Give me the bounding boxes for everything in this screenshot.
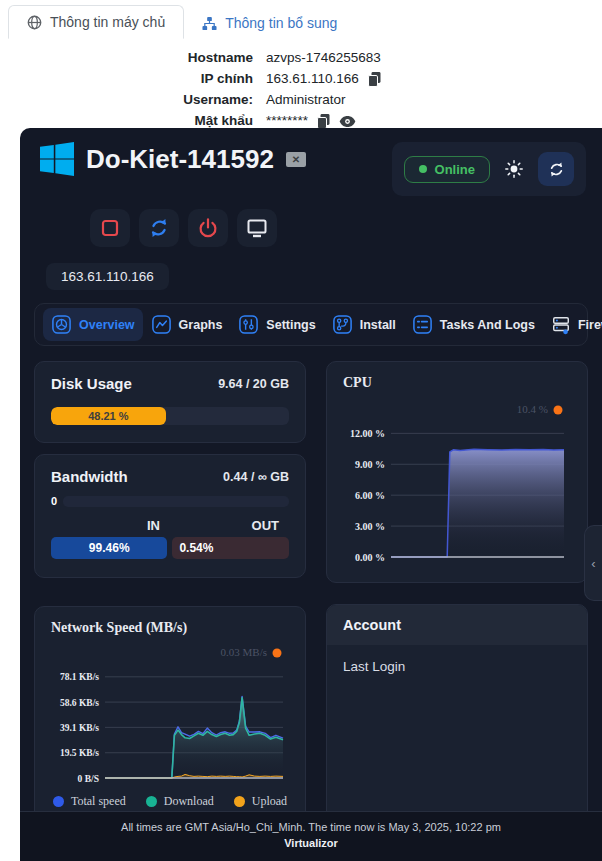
- legend-total-speed-label: Total speed: [71, 794, 126, 809]
- status-badge[interactable]: Online: [404, 156, 490, 183]
- network-legend: Total speed Download Upload: [51, 794, 289, 809]
- vps-panel: Do-Kiet-141592 ✕ Online: [20, 128, 602, 861]
- svg-text:19.5 KB/s: 19.5 KB/s: [60, 748, 99, 758]
- stop-button[interactable]: [90, 209, 130, 247]
- bandwidth-in-bar: 99.46%: [51, 537, 167, 559]
- firewall-icon: [551, 315, 571, 335]
- disk-usage-card: Disk Usage 9.64 / 20 GB 48.21 %: [34, 361, 306, 443]
- bandwidth-out-label: OUT: [170, 518, 289, 533]
- footer-brand: Virtualizor: [20, 837, 602, 849]
- refresh-icon[interactable]: [538, 152, 574, 186]
- info-row-username: Username: Administrator: [0, 90, 602, 110]
- sun-icon[interactable]: [505, 160, 523, 178]
- network-chart-mount: 78.1 KB/s58.6 KB/s39.1 KB/s19.5 KB/s0 B/…: [51, 640, 289, 792]
- svg-text:58.6 KB/s: 58.6 KB/s: [60, 698, 99, 708]
- cpu-chart: 12.00 %9.00 %6.00 %3.00 %0.00 %10.4 %: [343, 395, 571, 573]
- tasks-icon: [412, 314, 433, 335]
- svg-text:6.00 %: 6.00 %: [355, 490, 385, 501]
- svg-text:78.1 KB/s: 78.1 KB/s: [60, 672, 99, 682]
- globe-icon: [27, 15, 42, 30]
- legend-download[interactable]: Download: [146, 794, 214, 809]
- copy-password-icon[interactable]: [317, 114, 330, 129]
- nav-overview-label: Overview: [79, 318, 135, 332]
- disk-progress-track: 48.21 %: [51, 407, 289, 425]
- nav-overview[interactable]: Overview: [43, 308, 143, 341]
- tab-server-info[interactable]: Thông tin máy chủ: [8, 5, 184, 39]
- info-row-ip: IP chính 163.61.110.166: [0, 69, 602, 89]
- nav-graphs-label: Graphs: [179, 318, 223, 332]
- broken-image-icon: ✕: [286, 152, 306, 167]
- windows-logo-icon: [40, 142, 74, 176]
- hostname-label: Hostname: [0, 48, 253, 68]
- info-row-hostname: Hostname azvps-1746255683: [0, 48, 602, 68]
- info-tabs: Thông tin máy chủ Thông tin bổ sung: [8, 5, 355, 39]
- upload-dot-icon: [234, 796, 245, 807]
- nav-settings[interactable]: Settings: [230, 308, 323, 341]
- vm-actions: [90, 209, 588, 247]
- nav-graphs[interactable]: Graphs: [143, 308, 231, 341]
- svg-text:10.4 %: 10.4 %: [517, 403, 548, 415]
- svg-text:39.1 KB/s: 39.1 KB/s: [60, 723, 99, 733]
- account-card: Account Last Login: [326, 604, 588, 833]
- bandwidth-out-bar: 0.54%: [172, 537, 289, 559]
- eye-icon[interactable]: [339, 115, 356, 128]
- svg-text:9.00 %: 9.00 %: [355, 459, 385, 470]
- status-cluster: Online: [392, 142, 586, 196]
- nav-firewall-label: Firewall: [578, 318, 602, 332]
- svg-text:0.03 MB/s: 0.03 MB/s: [221, 646, 267, 658]
- install-icon: [332, 314, 353, 335]
- svg-text:0.00 %: 0.00 %: [355, 552, 385, 563]
- network-speed-card: Network Speed (MB/s) 78.1 KB/s58.6 KB/s3…: [34, 606, 306, 833]
- network-speed-title: Network Speed (MB/s): [51, 620, 289, 636]
- legend-download-label: Download: [164, 794, 214, 809]
- overview-icon: [51, 314, 72, 335]
- console-button[interactable]: [237, 209, 277, 247]
- bandwidth-usage-value: 0.44 / ∞ GB: [223, 470, 289, 484]
- ip-chip: 163.61.110.166: [46, 263, 169, 290]
- cpu-title: CPU: [343, 375, 571, 391]
- nav-firewall[interactable]: Firewall: [543, 309, 602, 341]
- svg-text:3.00 %: 3.00 %: [355, 521, 385, 532]
- copy-ip-icon[interactable]: [368, 72, 381, 87]
- bandwidth-progress-track: [63, 496, 289, 507]
- bandwidth-in-label: IN: [51, 518, 170, 533]
- disk-progress-fill: 48.21 %: [51, 407, 166, 425]
- legend-total-speed[interactable]: Total speed: [53, 794, 126, 809]
- restart-button[interactable]: [139, 209, 179, 247]
- nav-tasks-logs[interactable]: Tasks And Logs: [404, 308, 543, 341]
- nav-install-label: Install: [360, 318, 396, 332]
- ip-label: IP chính: [0, 69, 253, 89]
- cpu-chart-mount: 12.00 %9.00 %6.00 %3.00 %0.00 %10.4 %: [343, 395, 571, 573]
- nav-settings-label: Settings: [266, 318, 315, 332]
- username-value: Administrator: [266, 90, 346, 110]
- account-title: Account: [327, 605, 587, 645]
- graphs-icon: [151, 314, 172, 335]
- legend-upload-label: Upload: [252, 794, 287, 809]
- username-label: Username:: [0, 90, 253, 110]
- chevron-left-icon: ‹: [591, 556, 595, 571]
- nav-install[interactable]: Install: [324, 308, 404, 341]
- poweroff-button[interactable]: [188, 209, 228, 247]
- download-dot-icon: [146, 796, 157, 807]
- svg-text:0 B/S: 0 B/S: [78, 774, 99, 784]
- online-dot-icon: [419, 165, 427, 173]
- cpu-card: CPU 12.00 %9.00 %6.00 %3.00 %0.00 %10.4 …: [326, 361, 588, 583]
- ip-value: 163.61.110.166: [266, 69, 359, 89]
- panel-nav: Overview Graphs Settings Install Tasks A…: [34, 303, 588, 346]
- disk-usage-title: Disk Usage: [51, 375, 132, 392]
- settings-icon: [238, 314, 259, 335]
- status-label: Online: [435, 162, 475, 177]
- legend-upload[interactable]: Upload: [234, 794, 287, 809]
- tab-extra-info-label: Thông tin bổ sung: [225, 15, 337, 31]
- tab-extra-info[interactable]: Thông tin bổ sung: [184, 7, 355, 39]
- sitemap-icon: [202, 16, 217, 31]
- network-chart: 78.1 KB/s58.6 KB/s39.1 KB/s19.5 KB/s0 B/…: [51, 640, 291, 792]
- disk-usage-value: 9.64 / 20 GB: [218, 377, 289, 391]
- side-drawer-toggle[interactable]: ‹: [584, 525, 602, 601]
- panel-footer: All times are GMT Asia/Ho_Chi_Minh. The …: [20, 811, 602, 861]
- total-speed-dot-icon: [53, 796, 64, 807]
- last-login-label: Last Login: [327, 645, 587, 688]
- tab-server-info-label: Thông tin máy chủ: [50, 14, 165, 30]
- svg-text:12.00 %: 12.00 %: [350, 428, 385, 439]
- nav-tasks-logs-label: Tasks And Logs: [440, 318, 535, 332]
